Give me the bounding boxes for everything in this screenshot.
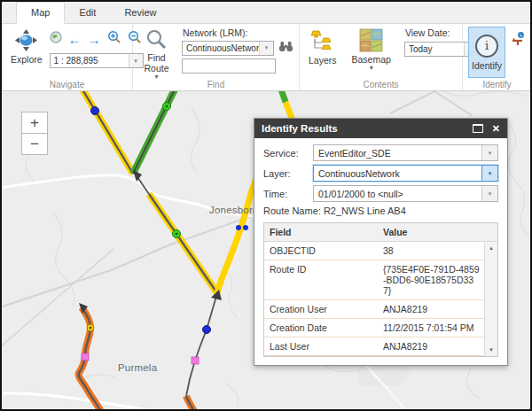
place-label-purmela: Purmela <box>118 362 157 373</box>
layer-label: Layer: <box>263 168 313 179</box>
group-find: Find Route ▾ Network (LRM): ContinuousNe… <box>133 24 300 90</box>
route-name-row: Route Name: R2_NWS Line AB4 <box>263 206 498 216</box>
table-scrollbar[interactable]: ▲ ▼ <box>484 242 497 356</box>
binoculars-icon[interactable] <box>278 40 293 56</box>
field-cell: Route ID <box>264 260 378 299</box>
view-date-value: Today <box>405 44 464 54</box>
place-label-jonesboro: Jonesboro <box>209 205 259 215</box>
find-group-label: Find <box>133 80 299 89</box>
tab-review[interactable]: Review <box>110 2 170 23</box>
table-row[interactable]: Creation Date 11/2/2015 7:01:54 PM <box>264 319 497 337</box>
chevron-down-icon[interactable]: ▾ <box>259 42 273 55</box>
ribbon-tab-bar: Map Edit Review <box>2 2 530 24</box>
field-cell: OBJECTID <box>264 242 378 260</box>
layer-combobox[interactable]: ContinuousNetwork ▾ <box>313 165 498 182</box>
time-combobox[interactable]: 01/01/2000 to <null> ▾ <box>313 185 498 202</box>
chevron-down-icon[interactable]: ▾ <box>481 166 497 181</box>
basemap-icon <box>359 28 383 54</box>
explore-button[interactable]: Explore <box>7 27 46 68</box>
basemap-caret-icon: ▾ <box>370 65 373 72</box>
identify-icon: i <box>475 35 498 58</box>
identify-button[interactable]: i Identify <box>468 27 505 78</box>
find-route-button[interactable]: Find Route ▾ <box>138 27 175 82</box>
identify-group-label: Identify <box>463 80 531 89</box>
value-cell: ANJA8219 <box>378 337 497 355</box>
basemap-button[interactable]: Basemap ▾ <box>348 27 395 74</box>
service-label: Service: <box>263 148 313 159</box>
tab-edit[interactable]: Edit <box>65 2 110 23</box>
zoom-out-button[interactable]: − <box>21 133 48 155</box>
service-value: EventEditor_SDE <box>314 148 481 159</box>
time-label: Time: <box>263 189 313 199</box>
identify-results-titlebar[interactable]: Identify Results ✕ <box>254 119 507 138</box>
group-navigate: Explore ← → <box>2 24 133 90</box>
route-orange <box>79 307 195 409</box>
identify-results-panel: Identify Results ✕ Service: EventEditor_… <box>254 118 508 366</box>
table-row[interactable]: OBJECTID 38 <box>264 242 497 260</box>
zoom-in-button[interactable]: + <box>21 112 48 134</box>
identify-results-title: Identify Results <box>262 123 338 134</box>
table-row[interactable]: Route ID {735E4F0E-791D-4859-BDD6-90E185… <box>264 260 497 300</box>
scale-combobox[interactable]: 1 : 288,895 ▾ <box>50 53 144 68</box>
layers-icon <box>310 28 335 55</box>
network-value: ContinuousNetwork <box>183 43 259 53</box>
table-header: Field Value <box>264 223 497 242</box>
route-name-label: Route Name: <box>263 206 321 216</box>
field-cell: Creation User <box>264 300 378 318</box>
maximize-icon[interactable] <box>473 124 483 133</box>
map-zoom-control: + − <box>21 112 48 155</box>
layers-button[interactable]: Layers <box>305 27 340 74</box>
explore-icon <box>14 28 38 54</box>
layers-label: Layers <box>309 55 337 66</box>
field-cell: Last User <box>264 337 378 355</box>
scroll-down-icon[interactable]: ▼ <box>485 345 497 355</box>
app-window: Map Edit Review <box>0 0 532 411</box>
group-identify: i Identify Identify <box>463 24 531 90</box>
value-cell: 38 <box>378 242 497 260</box>
map-point-markers <box>82 103 248 365</box>
column-field: Field <box>264 223 378 241</box>
value-cell: ANJA8219 <box>378 300 497 318</box>
layer-value: ContinuousNetwork <box>314 168 481 179</box>
table-row[interactable]: Creation User ANJA8219 <box>264 300 497 319</box>
identify-route-location-icon[interactable] <box>511 31 526 78</box>
identify-label: Identify <box>472 60 502 71</box>
find-route-input[interactable] <box>182 58 276 74</box>
network-lrm-label: Network (LRM): <box>183 27 293 38</box>
table-row[interactable]: Last User ANJA8219 <box>264 337 497 356</box>
previous-extent-icon[interactable]: ← <box>68 33 82 46</box>
scale-value: 1 : 288,895 <box>51 56 129 66</box>
group-contents: Layers <box>300 24 463 90</box>
contents-group-label: Contents <box>300 80 462 89</box>
explore-label: Explore <box>11 54 43 65</box>
value-cell: 11/2/2015 7:01:54 PM <box>378 319 497 337</box>
zoom-in-icon[interactable] <box>107 30 121 48</box>
attributes-table: Field Value OBJECTID 38 Route ID {735E4F… <box>263 222 498 357</box>
find-route-magnifier-icon <box>145 28 168 52</box>
close-icon[interactable]: ✕ <box>492 124 500 134</box>
find-route-label-1: Find <box>147 52 165 63</box>
full-extent-globe-icon[interactable] <box>50 31 62 47</box>
ribbon: Explore ← → <box>2 24 530 91</box>
network-combobox[interactable]: ContinuousNetwork ▾ <box>182 41 274 56</box>
route-name-value: R2_NWS Line AB4 <box>324 206 406 216</box>
time-value: 01/01/2000 to <null> <box>314 189 481 199</box>
chevron-down-icon[interactable]: ▾ <box>481 145 497 160</box>
chevron-down-icon[interactable]: ▾ <box>481 186 497 201</box>
navigate-group-label: Navigate <box>2 80 132 89</box>
scroll-up-icon[interactable]: ▲ <box>485 243 497 253</box>
field-cell: Creation Date <box>264 319 378 337</box>
value-cell: {735E4F0E-791D-4859-BDD6-90E18575D337} <box>378 260 497 299</box>
column-value: Value <box>378 223 485 241</box>
tab-map[interactable]: Map <box>16 2 65 24</box>
map-viewport[interactable]: + − Jonesboro Purmela Identify Results ✕… <box>2 91 530 409</box>
next-extent-icon[interactable]: → <box>88 33 101 46</box>
service-combobox[interactable]: EventEditor_SDE ▾ <box>313 144 498 161</box>
